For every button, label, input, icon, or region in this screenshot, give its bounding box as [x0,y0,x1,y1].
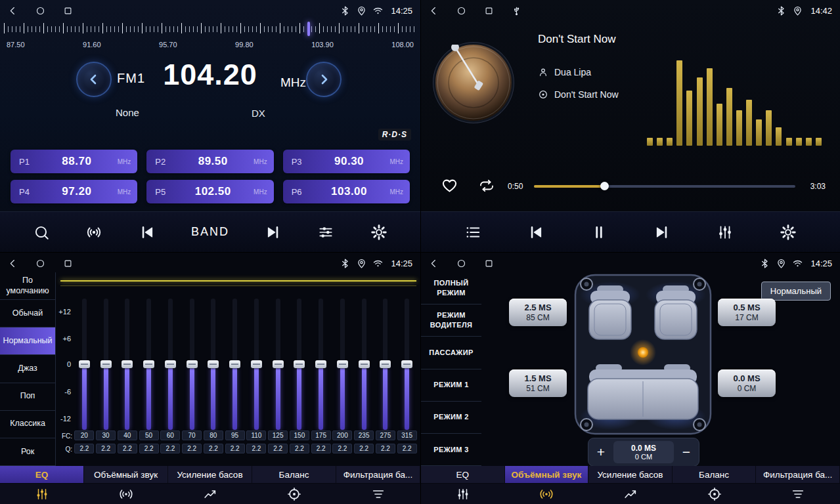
mixer-button[interactable] [714,221,736,243]
slider-handle[interactable] [359,360,370,368]
band-q[interactable]: 2.2 [204,444,223,453]
slider-handle[interactable] [208,360,219,368]
eq-preset-item[interactable]: Поп [0,383,55,411]
tab-surround[interactable]: Объёмный звук [505,466,589,483]
band-q[interactable]: 2.2 [376,444,395,453]
delay-rear-right[interactable]: 0.0 MS 0 CM [718,369,776,397]
tab-eq-sliders[interactable]: EQ [421,466,505,483]
slider-handle[interactable] [187,360,198,368]
slider-handle[interactable] [143,360,154,368]
delay-front-left[interactable]: 2.5 MS 85 CM [509,299,567,326]
tab-surround-icon-button[interactable] [505,484,589,504]
slider-handle[interactable] [294,360,305,368]
band-q[interactable]: 2.2 [268,444,288,453]
tab-filter-icon-button[interactable] [756,484,840,504]
preset-button-p6[interactable]: P6103.00MHz [283,180,410,203]
tab-bass-boost[interactable]: Усиление басов [588,466,673,483]
sf-mode-item[interactable]: РЕЖИМ 2 [421,402,481,434]
eq-band-slider[interactable] [289,299,311,430]
increase-delay-button[interactable]: + [588,438,613,466]
seek-slider[interactable] [534,185,795,188]
eq-preset-item[interactable]: Рок [0,438,55,466]
slider-handle[interactable] [122,360,133,368]
eq-band-slider[interactable] [375,299,397,430]
tab-surround-icon-button[interactable] [84,484,168,504]
eq-band-slider[interactable] [332,299,353,430]
band-frequency[interactable]: 315 [397,430,417,440]
home-icon[interactable] [456,259,466,268]
sf-mode-item[interactable]: РЕЖИМ ВОДИТЕЛЯ [421,304,481,337]
eq-band-slider[interactable] [95,299,117,430]
band-frequency[interactable]: 275 [376,430,395,440]
band-q[interactable]: 2.2 [311,444,331,453]
eq-band-slider[interactable] [224,299,246,430]
back-icon[interactable] [8,259,18,268]
slider-handle[interactable] [273,360,284,368]
skip-next-button[interactable] [651,221,673,243]
sf-mode-item[interactable]: ПОЛНЫЙ РЕЖИМ [421,272,481,304]
band-frequency[interactable]: 125 [268,430,288,440]
search-button[interactable] [30,221,53,243]
eq-band-slider[interactable] [181,299,203,430]
home-icon[interactable] [35,6,45,16]
band-q[interactable]: 2.2 [96,444,116,453]
back-icon[interactable] [8,6,18,16]
band-frequency[interactable]: 235 [354,430,374,440]
band-q[interactable]: 2.2 [225,444,245,453]
skip-prev-button[interactable] [136,221,158,243]
band-frequency[interactable]: 40 [118,430,137,440]
delay-front-right[interactable]: 0.5 MS 17 CM [718,299,776,326]
repeat-icon[interactable] [479,178,495,194]
band-button[interactable]: BAND [188,222,232,242]
tab-surround[interactable]: Объёмный звук [84,466,168,483]
preset-button-p3[interactable]: P390.30MHz [283,150,410,173]
favorite-icon[interactable] [441,177,458,194]
tab-eq-sliders-icon-button[interactable] [0,484,84,504]
slider-handle[interactable] [315,360,326,368]
frequency-needle[interactable] [307,22,310,36]
sound-preset-button[interactable]: Нормальный [761,282,831,301]
tab-balance[interactable]: Баланс [252,466,336,483]
band-frequency[interactable]: 30 [96,430,116,440]
tab-balance-icon-button[interactable] [673,484,757,504]
preset-button-p2[interactable]: P289.50MHz [146,150,273,173]
eq-band-slider[interactable] [203,299,225,430]
tab-bass-boost-icon-button[interactable] [588,484,673,504]
tab-filter[interactable]: Фильтрация ба... [756,466,840,483]
back-icon[interactable] [429,6,439,16]
band-q[interactable]: 2.2 [182,444,202,453]
band-frequency[interactable]: 80 [204,430,223,440]
slider-handle[interactable] [165,360,176,368]
frequency-scale[interactable] [4,22,416,37]
tab-eq-sliders-icon-button[interactable] [421,484,505,504]
band-frequency[interactable]: 60 [160,430,180,440]
eq-preset-item[interactable]: Обычай [0,300,55,327]
eq-band-slider[interactable] [74,299,95,430]
tab-filter[interactable]: Фильтрация ба... [336,466,420,483]
tab-balance[interactable]: Баланс [673,466,757,483]
recents-icon[interactable] [484,259,494,268]
home-icon[interactable] [35,259,45,268]
eq-band-slider[interactable] [396,299,418,430]
sf-mode-item[interactable]: РЕЖИМ 3 [421,434,481,466]
eq-preset-item[interactable]: Джаз [0,355,55,383]
band-q[interactable]: 2.2 [118,444,137,453]
sf-mode-item[interactable]: РЕЖИМ 1 [421,369,481,402]
tab-eq-sliders[interactable]: EQ [0,466,84,483]
eq-band-slider[interactable] [246,299,267,430]
preset-button-p5[interactable]: P5102.50MHz [146,180,273,203]
band-frequency[interactable]: 50 [139,430,159,440]
home-icon[interactable] [456,6,466,16]
hsliders-button[interactable] [315,221,337,243]
delay-rear-left[interactable]: 1.5 MS 51 CM [509,369,567,397]
band-q[interactable]: 2.2 [397,444,417,453]
band-q[interactable]: 2.2 [354,444,374,453]
band-frequency[interactable]: 110 [246,430,266,440]
recents-icon[interactable] [63,259,73,268]
tab-bass-boost[interactable]: Усиление басов [168,466,252,483]
band-frequency[interactable]: 20 [74,430,94,440]
tab-balance-icon-button[interactable] [252,484,336,504]
tab-filter-icon-button[interactable] [336,484,420,504]
band-q[interactable]: 2.2 [246,444,266,453]
band-q[interactable]: 2.2 [139,444,159,453]
